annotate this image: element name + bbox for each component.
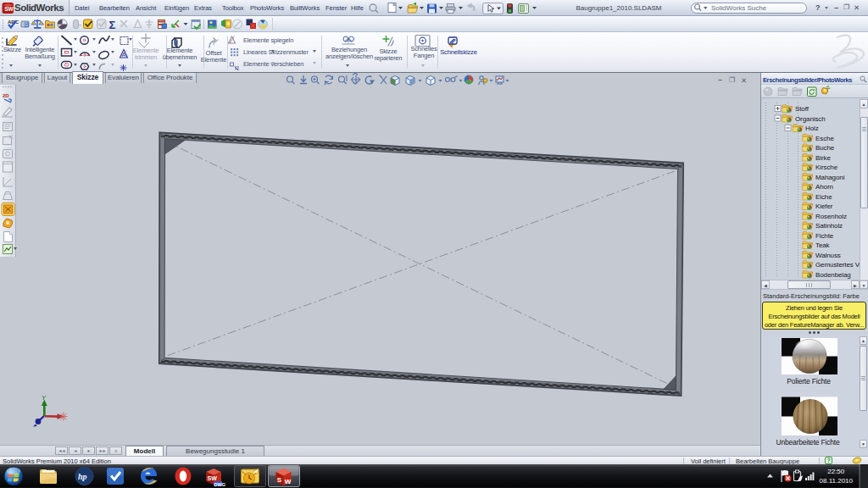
svg-text:SW: SW bbox=[208, 475, 218, 481]
svg-text:S: S bbox=[277, 476, 282, 484]
svg-text:DWG: DWG bbox=[214, 482, 225, 487]
svg-text:Y: Y bbox=[42, 394, 47, 402]
svg-text:G: G bbox=[25, 23, 29, 27]
svg-text:hp: hp bbox=[78, 472, 87, 481]
svg-text:W: W bbox=[285, 478, 292, 485]
svg-text:Σ: Σ bbox=[109, 19, 116, 31]
svg-text:SW: SW bbox=[4, 6, 14, 12]
svg-text:?: ? bbox=[827, 458, 831, 463]
